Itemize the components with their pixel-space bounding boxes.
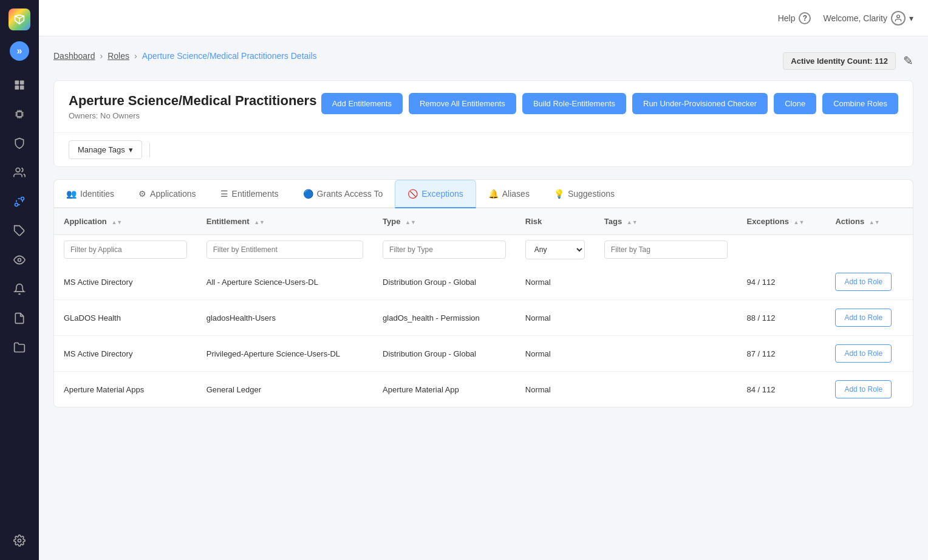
remove-all-entitlements-button[interactable]: Remove All Entitlements bbox=[409, 93, 516, 114]
logo-shape bbox=[9, 9, 30, 30]
sort-application-icon[interactable]: ▲▼ bbox=[111, 219, 122, 225]
cell-entitlement-1: All - Aperture Science-Users-DL bbox=[197, 264, 373, 300]
add-to-role-button-3[interactable]: Add to Role bbox=[835, 344, 892, 363]
sidebar-item-tag[interactable] bbox=[7, 219, 32, 243]
sidebar-expand-button[interactable]: » bbox=[10, 41, 29, 61]
cell-exceptions-1: 94 / 112 bbox=[737, 264, 826, 300]
svg-rect-1 bbox=[20, 81, 24, 85]
welcome-text: Welcome, Clarity bbox=[823, 13, 887, 23]
table-row: MS Active Directory All - Aperture Scien… bbox=[54, 264, 913, 300]
breadcrumb-roles[interactable]: Roles bbox=[107, 51, 129, 61]
tab-exceptions[interactable]: 🚫 Exceptions bbox=[395, 180, 476, 208]
tab-grants-access-to[interactable]: 🔵 Grants Access To bbox=[291, 180, 395, 208]
breadcrumb-right: Active Identity Count: 112 ✎ bbox=[783, 52, 913, 70]
sidebar-item-folder[interactable] bbox=[7, 335, 32, 360]
cell-actions-4: Add to Role bbox=[825, 372, 913, 408]
sort-type-icon[interactable]: ▲▼ bbox=[405, 219, 416, 225]
filter-application-input[interactable] bbox=[64, 241, 187, 259]
tab-applications[interactable]: ⚙ Applications bbox=[126, 180, 208, 208]
filter-risk-select[interactable]: Any Normal High Low bbox=[525, 240, 585, 259]
active-count-label: Active Identity Count: bbox=[791, 56, 872, 66]
add-entitlements-button[interactable]: Add Entitlements bbox=[321, 93, 403, 114]
breadcrumb-sep-1: › bbox=[100, 51, 103, 61]
help-label: Help bbox=[778, 13, 796, 23]
svg-point-11 bbox=[897, 15, 900, 18]
sidebar-item-flow[interactable] bbox=[7, 190, 32, 214]
user-avatar bbox=[891, 11, 906, 26]
tabs: 👥 Identities ⚙ Applications ☰ Entitlemen… bbox=[54, 180, 913, 208]
combine-roles-button[interactable]: Combine Roles bbox=[822, 93, 898, 114]
svg-point-6 bbox=[15, 203, 18, 207]
aliases-icon: 🔔 bbox=[488, 189, 499, 199]
breadcrumb: Dashboard › Roles › Aperture Science/Med… bbox=[53, 51, 317, 61]
applications-icon: ⚙ bbox=[138, 189, 146, 199]
sidebar-item-processor[interactable] bbox=[7, 102, 32, 126]
cell-type-3: Distribution Group - Global bbox=[373, 336, 516, 372]
identities-icon: 👥 bbox=[66, 189, 77, 199]
sidebar-item-eye[interactable] bbox=[7, 248, 32, 272]
help-button[interactable]: Help ? bbox=[778, 12, 811, 24]
sidebar-item-dashboard[interactable] bbox=[7, 73, 32, 97]
cell-application-1: MS Active Directory bbox=[54, 264, 197, 300]
cell-entitlement-4: General Ledger bbox=[197, 372, 373, 408]
filter-entitlement-input[interactable] bbox=[206, 241, 363, 259]
sidebar-item-bell[interactable] bbox=[7, 277, 32, 301]
cell-tags-1 bbox=[595, 264, 737, 300]
tab-suggestions[interactable]: 💡 Suggestions bbox=[542, 180, 627, 208]
filter-tags-cell bbox=[595, 235, 737, 265]
run-checker-button[interactable]: Run Under-Provisioned Checker bbox=[632, 93, 768, 114]
build-role-entitlements-button[interactable]: Build Role-Entitlements bbox=[522, 93, 626, 114]
grants-access-icon: 🔵 bbox=[303, 189, 313, 199]
add-to-role-button-4[interactable]: Add to Role bbox=[835, 380, 892, 398]
table-row: MS Active Directory Privileged-Aperture … bbox=[54, 336, 913, 372]
sort-exceptions-icon[interactable]: ▲▼ bbox=[794, 219, 805, 225]
col-risk: Risk bbox=[516, 208, 595, 235]
svg-rect-0 bbox=[15, 81, 19, 85]
filter-actions-cell bbox=[825, 235, 913, 265]
tab-entitlements[interactable]: ☰ Entitlements bbox=[208, 180, 291, 208]
sidebar-item-shield[interactable] bbox=[7, 131, 32, 155]
help-icon: ? bbox=[799, 12, 811, 24]
breadcrumb-dashboard[interactable]: Dashboard bbox=[53, 51, 95, 61]
cell-tags-2 bbox=[595, 300, 737, 336]
active-count-value: 112 bbox=[875, 56, 888, 66]
sort-entitlement-icon[interactable]: ▲▼ bbox=[254, 219, 265, 225]
cell-risk-1: Normal bbox=[516, 264, 595, 300]
sidebar-item-doc[interactable] bbox=[7, 306, 32, 330]
cell-type-1: Distribution Group - Global bbox=[373, 264, 516, 300]
svg-point-7 bbox=[21, 197, 24, 200]
edit-icon[interactable]: ✎ bbox=[903, 53, 913, 68]
tab-identities[interactable]: 👥 Identities bbox=[54, 180, 126, 208]
tab-exceptions-label: Exceptions bbox=[421, 189, 463, 199]
filter-application-cell bbox=[54, 235, 197, 265]
cell-tags-3 bbox=[595, 336, 737, 372]
table-body: MS Active Directory All - Aperture Scien… bbox=[54, 264, 913, 407]
filter-type-input[interactable] bbox=[383, 241, 506, 259]
user-menu[interactable]: Welcome, Clarity ▾ bbox=[823, 11, 913, 26]
filter-tags-input[interactable] bbox=[604, 241, 728, 259]
role-title: Aperture Science/Medical Practitioners bbox=[69, 93, 316, 109]
col-type: Type ▲▼ bbox=[373, 208, 516, 235]
col-entitlement: Entitlement ▲▼ bbox=[197, 208, 373, 235]
filter-entitlement-cell bbox=[197, 235, 373, 265]
clone-button[interactable]: Clone bbox=[774, 93, 816, 114]
cell-actions-2: Add to Role bbox=[825, 300, 913, 336]
svg-rect-4 bbox=[17, 112, 22, 117]
sidebar-item-people[interactable] bbox=[7, 160, 32, 185]
cell-application-3: MS Active Directory bbox=[54, 336, 197, 372]
topbar: Help ? Welcome, Clarity ▾ bbox=[39, 0, 928, 36]
role-card: Aperture Science/Medical Practitioners O… bbox=[53, 80, 913, 167]
tab-aliases[interactable]: 🔔 Aliases bbox=[476, 180, 542, 208]
manage-tags-label: Manage Tags bbox=[78, 145, 125, 154]
sort-tags-icon[interactable]: ▲▼ bbox=[627, 219, 638, 225]
action-buttons: Add Entitlements Remove All Entitlements… bbox=[321, 93, 898, 114]
cell-entitlement-2: gladosHealth-Users bbox=[197, 300, 373, 336]
add-to-role-button-1[interactable]: Add to Role bbox=[835, 273, 892, 291]
card-tags-row: Manage Tags ▾ bbox=[54, 132, 913, 166]
card-header: Aperture Science/Medical Practitioners O… bbox=[54, 81, 913, 132]
cell-application-4: Aperture Material Apps bbox=[54, 372, 197, 408]
manage-tags-button[interactable]: Manage Tags ▾ bbox=[69, 140, 142, 159]
entitlements-icon: ☰ bbox=[220, 189, 228, 199]
add-to-role-button-2[interactable]: Add to Role bbox=[835, 309, 892, 327]
sort-actions-icon[interactable]: ▲▼ bbox=[869, 219, 880, 225]
